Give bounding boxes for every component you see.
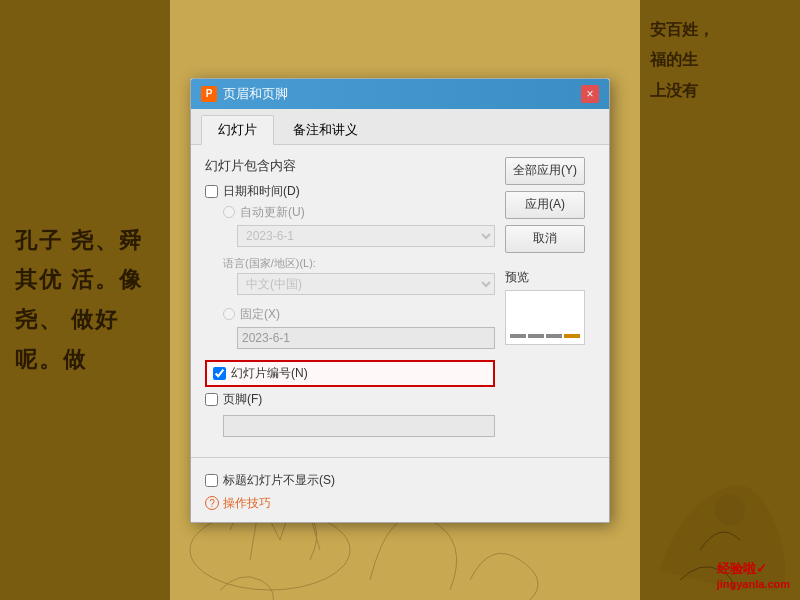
help-icon: ? — [205, 496, 219, 510]
dialog-main: 幻灯片包含内容 日期和时间(D) 自动更新(U) 2023-6-1 — [205, 157, 495, 437]
no-title-slide-checkbox[interactable] — [205, 474, 218, 487]
auto-update-date-container: 2023-6-1 — [237, 225, 495, 252]
fixed-row: 固定(X) — [223, 306, 495, 323]
apply-all-button[interactable]: 全部应用(Y) — [505, 157, 585, 185]
help-link[interactable]: ? 操作技巧 — [205, 495, 595, 512]
preview-label: 预览 — [505, 269, 595, 286]
fixed-radio[interactable] — [223, 308, 235, 320]
fixed-date-container — [237, 327, 495, 354]
no-title-slide-label: 标题幻灯片不显示(S) — [223, 472, 335, 489]
apply-button[interactable]: 应用(A) — [505, 191, 585, 219]
preview-item-2 — [528, 334, 544, 338]
app-icon: P — [201, 86, 217, 102]
dialog-title: 页眉和页脚 — [223, 85, 288, 103]
close-button[interactable]: × — [581, 85, 599, 103]
preview-item-4 — [564, 334, 580, 338]
preview-item-3 — [546, 334, 562, 338]
help-label: 操作技巧 — [223, 495, 271, 512]
slide-number-highlighted-row: 幻灯片编号(N) — [205, 360, 495, 387]
preview-box — [505, 290, 585, 345]
dialog-titlebar: P 页眉和页脚 × — [191, 79, 609, 109]
language-select[interactable]: 中文(中国) — [237, 273, 495, 295]
date-time-row: 日期和时间(D) — [205, 183, 495, 200]
dialog-sidebar: 全部应用(Y) 应用(A) 取消 预览 — [505, 157, 595, 437]
footer-label: 页脚(F) — [223, 391, 262, 408]
header-footer-dialog: P 页眉和页脚 × 幻灯片 备注和讲义 幻灯片包含内容 日期和时间(D) — [190, 78, 610, 523]
slide-number-label: 幻灯片编号(N) — [231, 365, 308, 382]
auto-update-row: 自动更新(U) — [223, 204, 495, 221]
auto-update-label: 自动更新(U) — [240, 204, 305, 221]
footer-input-container — [223, 412, 495, 437]
dialog-overlay: P 页眉和页脚 × 幻灯片 备注和讲义 幻灯片包含内容 日期和时间(D) — [0, 0, 800, 600]
dialog-title-left: P 页眉和页脚 — [201, 85, 288, 103]
language-select-container: 中文(中国) — [237, 273, 495, 300]
fixed-label: 固定(X) — [240, 306, 280, 323]
auto-update-date-select[interactable]: 2023-6-1 — [237, 225, 495, 247]
footer-checkbox[interactable] — [205, 393, 218, 406]
tab-notes[interactable]: 备注和讲义 — [276, 115, 375, 144]
date-time-checkbox[interactable] — [205, 185, 218, 198]
dialog-body: 幻灯片包含内容 日期和时间(D) 自动更新(U) 2023-6-1 — [191, 145, 609, 449]
dialog-divider — [191, 457, 609, 458]
auto-update-radio[interactable] — [223, 206, 235, 218]
no-title-slide-row: 标题幻灯片不显示(S) — [205, 472, 595, 489]
section-title: 幻灯片包含内容 — [205, 157, 495, 175]
preview-footer-line — [510, 334, 580, 338]
date-time-label: 日期和时间(D) — [223, 183, 300, 200]
footer-row: 页脚(F) — [205, 391, 495, 408]
dialog-tabs: 幻灯片 备注和讲义 — [191, 109, 609, 145]
fixed-date-input[interactable] — [237, 327, 495, 349]
preview-item-1 — [510, 334, 526, 338]
language-label: 语言(国家/地区)(L): — [223, 256, 495, 271]
tab-slides[interactable]: 幻灯片 — [201, 115, 274, 145]
dialog-bottom: 标题幻灯片不显示(S) ? 操作技巧 — [191, 466, 609, 522]
footer-input[interactable] — [223, 415, 495, 437]
cancel-button[interactable]: 取消 — [505, 225, 585, 253]
slide-number-checkbox[interactable] — [213, 367, 226, 380]
preview-section: 预览 — [505, 269, 595, 349]
